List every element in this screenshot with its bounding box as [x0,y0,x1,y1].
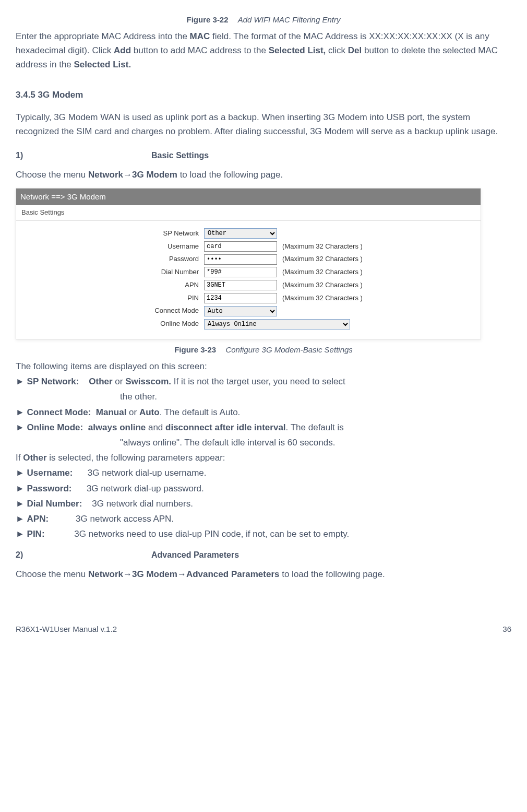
label-apn: APN [16,280,204,291]
intro-paragraph: Enter the appropriate MAC Address into t… [16,29,511,72]
figure-3-23-caption: Figure 3-23 Configure 3G Modem-Basic Set… [16,344,511,356]
page-footer: R36X1-W1User Manual v.1.2 36 [16,623,511,636]
row-password: Password (Maximum 32 Characters ) [16,254,481,265]
label-username: Username [16,241,204,252]
select-sp-network[interactable]: Other [204,228,277,239]
section-paragraph: Typically, 3G Modem WAN is used as uplin… [16,110,511,138]
other-selected-heading: If Other is selected, the following para… [16,451,511,465]
panel-tab-basic: Basic Settings [16,205,481,221]
hint-apn: (Maximum 32 Characters ) [282,280,363,291]
def-username: ► Username: 3G network dial-up username. [16,466,511,480]
footer-page-number: 36 [502,623,511,636]
input-apn[interactable] [204,280,277,290]
label-online-mode: Online Mode [16,319,204,329]
input-password[interactable] [204,254,277,265]
def-sp-network: ► SP Network: Other or Swisscom. If it i… [16,374,511,389]
figure-title-2: Configure 3G Modem-Basic Settings [225,345,352,354]
select-connect-mode[interactable]: Auto [204,306,277,316]
row-username: Username (Maximum 32 Characters ) [16,241,481,252]
figure-3-22-caption: Figure 3-22 Add WIFI MAC Filtering Entry [16,14,511,26]
row-dial-number: Dial Number (Maximum 32 Characters ) [16,267,481,278]
row-connect-mode: Connect Mode Auto [16,305,481,316]
label-password: Password [16,254,204,265]
items-intro: The following items are displayed on thi… [16,359,511,373]
select-online-mode[interactable]: Always Online [204,319,350,329]
footer-left: R36X1-W1User Manual v.1.2 [16,623,117,636]
figure-title: Add WIFI MAC Filtering Entry [238,15,341,24]
row-pin: PIN (Maximum 32 Characters ) [16,293,481,304]
form-area: SP Network Other Username (Maximum 32 Ch… [16,221,481,339]
row-sp-network: SP Network Other [16,228,481,239]
input-dial[interactable] [204,267,277,277]
row-online-mode: Online Mode Always Online [16,319,481,329]
def-connect-mode: ► Connect Mode: Manual or Auto. The defa… [16,405,511,419]
hint-username: (Maximum 32 Characters ) [282,241,363,252]
def-dial-number: ► Dial Number: 3G network dial numbers. [16,497,511,511]
menu-path-basic: Choose the menu Network→3G Modem to load… [16,168,511,182]
label-connect-mode: Connect Mode [16,305,204,316]
input-username[interactable] [204,241,277,252]
modem-config-panel: Network ==> 3G Modem Basic Settings SP N… [16,188,481,339]
row-apn: APN (Maximum 32 Characters ) [16,280,481,291]
def-sp-network-cont: the other. [120,390,511,404]
input-pin[interactable] [204,293,277,303]
menu-path-advanced: Choose the menu Network→3G Modem→Advance… [16,567,511,581]
def-online-mode: ► Online Mode: always online and disconn… [16,420,511,434]
figure-label: Figure 3-22 [187,15,229,24]
hint-dial: (Maximum 32 Characters ) [282,267,363,278]
figure-label-2: Figure 3-23 [174,345,216,354]
subheading-advanced-parameters: 2)Advanced Parameters [16,548,511,562]
subheading-basic-settings: 1)Basic Settings [16,149,511,162]
def-password: ► Password: 3G network dial-up password. [16,481,511,496]
def-pin: ► PIN: 3G networks need to use dial-up P… [16,527,511,541]
hint-password: (Maximum 32 Characters ) [282,254,363,265]
def-apn: ► APN: 3G network access APN. [16,512,511,526]
label-pin: PIN [16,293,204,304]
panel-breadcrumb: Network ==> 3G Modem [16,189,481,205]
def-online-mode-cont: "always online". The default idle interv… [120,436,511,450]
hint-pin: (Maximum 32 Characters ) [282,293,363,304]
label-dial: Dial Number [16,267,204,278]
section-heading-345: 3.4.5 3G Modem [16,88,511,102]
label-sp-network: SP Network [16,228,204,239]
